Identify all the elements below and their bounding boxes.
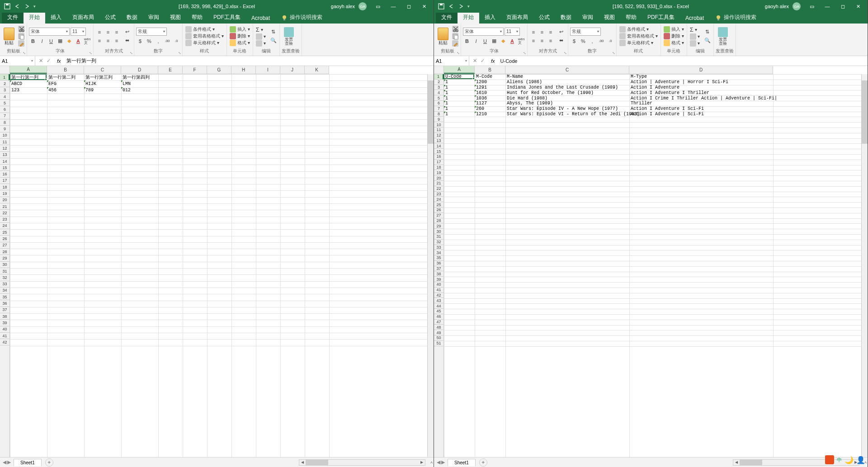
undo-icon[interactable] <box>448 3 455 10</box>
row-header[interactable]: 7 <box>0 113 9 119</box>
col-header[interactable]: H <box>231 66 256 74</box>
row-header[interactable]: 12 <box>0 145 9 151</box>
cell[interactable]: Action I Adventure | Sci-Fi <box>630 112 705 117</box>
row-header[interactable]: 20 <box>0 197 9 203</box>
menu-帮助[interactable]: 帮助 <box>620 12 642 24</box>
fill-color-button[interactable]: ◆ <box>499 37 507 45</box>
tell-me-search[interactable]: 操作说明搜索 <box>709 12 762 24</box>
fx-icon[interactable]: fx <box>54 58 64 64</box>
autosum-button[interactable]: Σ ▾ <box>255 26 267 33</box>
formula-bar[interactable]: 第一行第一列 <box>64 57 434 64</box>
row-header[interactable]: 18 <box>0 184 9 190</box>
enter-formula-icon[interactable]: ✓ <box>481 58 485 64</box>
row-header[interactable]: 24 <box>434 197 443 202</box>
formula-bar[interactable]: U-Code <box>498 58 868 64</box>
ribbon-options-button[interactable]: ▭ <box>370 0 386 13</box>
cell[interactable]: 1210 <box>475 112 488 117</box>
row-header[interactable]: 18 <box>434 165 443 170</box>
cell[interactable]: Die Hard (1988) <box>506 95 548 101</box>
minimize-button[interactable]: — <box>386 0 401 13</box>
redo-icon[interactable] <box>458 3 465 10</box>
clipboard-launcher[interactable]: ⤡ <box>23 51 26 55</box>
row-header[interactable]: 4 <box>0 94 9 100</box>
bold-button[interactable]: B <box>463 37 471 45</box>
row-header[interactable]: 9 <box>0 126 9 132</box>
row-header[interactable]: 3 <box>0 87 9 94</box>
cell[interactable]: Indiana Jones and the Last Crusade (1989… <box>506 85 619 90</box>
row-header[interactable]: 8 <box>434 112 443 117</box>
menu-审阅[interactable]: 审阅 <box>577 12 599 24</box>
sheet-nav-next[interactable]: ▶ <box>441 459 445 465</box>
vertical-scrollbar[interactable] <box>427 74 434 457</box>
comma-button[interactable]: , <box>154 37 162 45</box>
row-header[interactable]: 48 <box>434 325 443 330</box>
row-header[interactable]: 39 <box>434 277 443 282</box>
italic-button[interactable]: I <box>472 37 480 45</box>
tell-me-search[interactable]: 操作说明搜索 <box>275 12 328 24</box>
row-header[interactable]: 15 <box>434 149 443 154</box>
clear-button[interactable]: ▾ <box>255 40 267 47</box>
row-header[interactable]: 27 <box>434 213 443 218</box>
row-header[interactable]: 11 <box>0 139 9 145</box>
format-cells-button[interactable]: 格式 ▾ <box>663 40 685 46</box>
font-color-button[interactable]: A <box>508 37 516 45</box>
format-cells-button[interactable]: 格式 ▾ <box>229 40 251 46</box>
row-header[interactable]: 41 <box>0 333 9 339</box>
cell[interactable]: Action I Adventure I Sci-Fi <box>630 106 705 112</box>
fill-button[interactable]: ▾ <box>255 33 267 40</box>
align-button[interactable]: ≡ <box>547 37 555 45</box>
align-button[interactable]: ≡ <box>529 37 538 45</box>
row-header[interactable]: 30 <box>434 229 443 234</box>
cell[interactable]: 第一行第一列 <box>10 74 39 80</box>
menu-审阅[interactable]: 审阅 <box>143 12 165 24</box>
cell[interactable]: 1127 <box>475 101 488 106</box>
dec-decimal-button[interactable]: .0 <box>606 37 614 45</box>
align-button[interactable]: ≡ <box>95 37 104 45</box>
cond-format-button[interactable]: 条件格式 ▾ <box>184 26 225 33</box>
menu-Acrobat[interactable]: Acrobat <box>680 13 709 24</box>
row-header[interactable]: 13 <box>0 152 9 158</box>
menu-插入[interactable]: 插入 <box>479 12 501 24</box>
fill-button[interactable]: ▾ <box>689 33 701 40</box>
row-header[interactable]: 27 <box>0 242 9 249</box>
menu-PDF工具集[interactable]: PDF工具集 <box>208 12 246 24</box>
wrap-text-button[interactable]: ↩ <box>123 28 131 36</box>
row-header[interactable]: 7 <box>434 106 443 112</box>
select-all-corner[interactable] <box>434 66 444 74</box>
qat-customize-icon[interactable]: ▾ <box>467 4 470 9</box>
cell[interactable]: 第一行第二列 <box>47 74 76 80</box>
menu-页面布局[interactable]: 页面布局 <box>67 12 99 24</box>
cell[interactable]: 1036 <box>475 95 488 101</box>
cell[interactable]: U-Code <box>444 74 462 80</box>
add-sheet-button[interactable]: + <box>45 458 53 467</box>
row-header[interactable]: 32 <box>0 274 9 281</box>
row-header[interactable]: 14 <box>0 158 9 165</box>
row-header[interactable]: 8 <box>0 119 9 126</box>
align-button[interactable]: ≡ <box>104 37 112 45</box>
col-header[interactable]: D <box>629 66 773 74</box>
merge-button[interactable]: ⬌ <box>557 37 565 45</box>
col-header[interactable]: D <box>121 66 158 74</box>
number-launcher[interactable]: ⤡ <box>612 51 615 55</box>
user-avatar[interactable]: GA <box>793 2 801 10</box>
delete-cells-button[interactable]: 删除 ▾ <box>229 33 251 39</box>
row-header[interactable]: 22 <box>434 186 443 192</box>
row-header[interactable]: 34 <box>0 288 9 294</box>
font-name-combo[interactable]: 宋体▾ <box>463 28 504 36</box>
cell[interactable]: 260 <box>475 106 485 112</box>
font-launcher[interactable]: ⤡ <box>89 51 92 55</box>
find-button[interactable]: 🔍 <box>269 37 278 45</box>
maximize-button[interactable]: ◻ <box>401 0 416 13</box>
menu-文件[interactable]: 文件 <box>436 12 458 24</box>
menu-公式[interactable]: 公式 <box>533 12 555 24</box>
percent-button[interactable]: % <box>579 37 587 45</box>
row-header[interactable]: 19 <box>0 190 9 197</box>
menu-PDF工具集[interactable]: PDF工具集 <box>642 12 680 24</box>
underline-button[interactable]: U <box>481 37 489 45</box>
cell[interactable]: M-Name <box>506 74 524 80</box>
collapse-ribbon-button[interactable]: ^ <box>430 461 433 466</box>
row-header[interactable]: 2 <box>434 80 443 85</box>
align-button[interactable]: ≡ <box>547 28 555 36</box>
row-header[interactable]: 15 <box>0 165 9 171</box>
row-header[interactable]: 38 <box>0 313 9 320</box>
